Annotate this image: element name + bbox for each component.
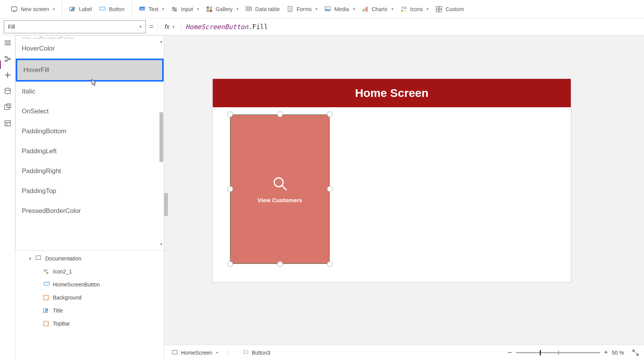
button-button[interactable]: Button	[99, 6, 124, 13]
tree-item-parent[interactable]: ▾ Documentation	[15, 252, 164, 265]
forms-menu[interactable]: Forms ▾	[287, 6, 318, 13]
dropdown-scrollbar[interactable]: ▲ ▼	[158, 39, 164, 246]
chevron-down-icon: ▾	[216, 350, 218, 355]
property-option[interactable]: HoverColor	[16, 39, 164, 59]
new-screen-button[interactable]: New screen ▾	[11, 6, 55, 13]
zoom-tick	[558, 351, 559, 355]
chevron-down-icon: ▾	[427, 7, 429, 11]
tree-item[interactable]: Icon2_1	[15, 265, 164, 278]
property-option[interactable]: PaddingLeft	[16, 141, 164, 161]
chevron-down-icon: ▾	[162, 7, 164, 11]
breadcrumb-control[interactable]: Button3	[239, 349, 273, 357]
tree-item-label: Icon2_1	[53, 268, 72, 275]
panel-scrollbar-thumb[interactable]	[164, 193, 168, 216]
formula-input[interactable]: HomeScreenButton.Fill	[186, 23, 268, 31]
svg-rect-58	[243, 350, 248, 353]
hamburger-icon[interactable]	[4, 39, 12, 47]
text-icon: Abc	[139, 6, 146, 13]
input-icon	[171, 6, 178, 13]
property-dropdown: HoverBorderColor HoverColor HoverFill It…	[15, 35, 164, 250]
svg-rect-14	[246, 7, 251, 10]
property-option[interactable]: PaddingTop	[16, 181, 164, 201]
custom-menu[interactable]: Custom	[435, 6, 464, 13]
svg-rect-12	[206, 9, 209, 11]
property-option[interactable]: Italic	[16, 82, 164, 101]
datatable-button[interactable]: Data table	[245, 6, 280, 13]
selection-handle[interactable]	[327, 261, 333, 267]
zoom-out-button[interactable]: −	[508, 348, 512, 357]
screen-icon	[172, 350, 178, 355]
chevron-down-icon: ▾	[29, 256, 31, 261]
dropdown-scrollbar-thumb[interactable]	[159, 112, 163, 162]
tree-item[interactable]: Title	[15, 304, 164, 317]
card-label: View Customers	[258, 197, 302, 203]
gallery-label: Gallery	[216, 6, 233, 12]
selection-handle[interactable]	[227, 111, 233, 117]
selection-handle[interactable]	[277, 111, 283, 117]
rail-active-indicator	[0, 61, 1, 69]
tree-item[interactable]: HomeScreenButton	[15, 278, 164, 291]
tree-view-icon[interactable]	[4, 55, 12, 63]
selection-handle[interactable]	[327, 186, 333, 192]
chevron-down-icon: ▾	[315, 7, 317, 11]
zoom-in-button[interactable]: +	[604, 349, 608, 357]
fx-button[interactable]: fx ▾	[162, 23, 177, 30]
svg-point-49	[44, 270, 46, 272]
media-pane-icon[interactable]	[4, 103, 12, 111]
svg-rect-26	[365, 8, 366, 11]
insert-icon[interactable]	[4, 71, 12, 79]
chevron-down-icon: ▾	[391, 7, 393, 11]
button-icon	[99, 6, 106, 13]
breadcrumb-screen-label: HomeScreen	[181, 350, 212, 356]
svg-rect-0	[12, 7, 17, 11]
gallery-menu[interactable]: Gallery ▾	[206, 6, 238, 13]
formula-property-name: .Fill	[248, 23, 268, 31]
selection-handle[interactable]	[227, 186, 233, 192]
equals-sign: =	[150, 23, 154, 31]
property-option[interactable]: OnSelect	[16, 101, 164, 121]
svg-point-24	[326, 7, 327, 8]
property-option[interactable]: PaddingBottom	[16, 121, 164, 141]
selection-handle[interactable]	[327, 111, 333, 117]
app-screen[interactable]: Home Screen View Customers	[213, 79, 571, 282]
fit-to-screen-button[interactable]	[632, 349, 639, 357]
label-button[interactable]: Label	[69, 6, 92, 13]
text-menu[interactable]: Abc Text ▾	[139, 6, 164, 13]
svg-rect-1	[13, 11, 15, 11]
media-menu[interactable]: Media ▾	[324, 6, 355, 13]
zoom-value: 50 %	[612, 350, 624, 356]
property-option[interactable]: PressedBorderColor	[16, 201, 164, 216]
chevron-down-icon: ▾	[237, 7, 238, 11]
property-select[interactable]: Fill ▾	[4, 20, 146, 33]
svg-point-39	[9, 58, 10, 60]
tree-item[interactable]: Background	[15, 291, 164, 304]
svg-rect-29	[401, 10, 403, 11]
svg-rect-27	[366, 7, 367, 11]
data-icon[interactable]	[4, 87, 12, 95]
svg-point-28	[404, 7, 406, 8]
zoom-slider[interactable]	[516, 352, 600, 353]
input-label: Input	[181, 6, 193, 12]
tree-item[interactable]: TopBar	[15, 317, 164, 330]
chevron-down-icon: ▾	[353, 7, 355, 11]
formula-control-name: HomeScreenButton	[186, 23, 248, 31]
selection-handle[interactable]	[227, 261, 233, 267]
tree-item-label: HomeScreenButton	[53, 281, 100, 288]
canvas-area[interactable]: Home Screen View Customers	[164, 35, 644, 345]
selection-handle[interactable]	[277, 261, 283, 267]
svg-rect-54	[44, 321, 48, 326]
svg-line-56	[282, 185, 286, 190]
zoom-slider-thumb[interactable]	[540, 350, 541, 355]
input-menu[interactable]: Input ▾	[171, 6, 199, 13]
shape-icon	[43, 295, 49, 301]
property-option[interactable]: PaddingRight	[16, 161, 164, 181]
variables-icon[interactable]	[4, 119, 12, 127]
property-option-highlighted[interactable]: HoverFill	[16, 59, 164, 82]
svg-rect-57	[172, 350, 177, 354]
property-option[interactable]: HoverBorderColor	[16, 36, 164, 39]
view-customers-card[interactable]: View Customers	[230, 115, 330, 264]
canvas-wrap: Home Screen View Customers	[164, 35, 644, 360]
breadcrumb-screen[interactable]: HomeScreen ▾	[169, 349, 221, 357]
icons-menu[interactable]: Icons ▾	[400, 6, 429, 13]
charts-menu[interactable]: Charts ▾	[362, 6, 393, 13]
